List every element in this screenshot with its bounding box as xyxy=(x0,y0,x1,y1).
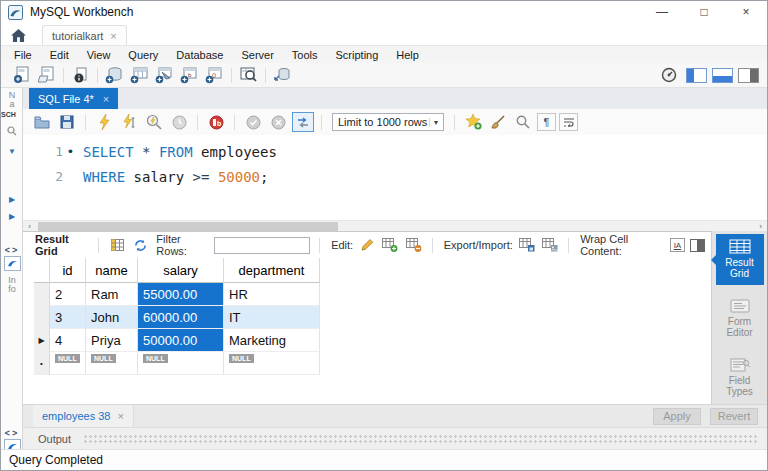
grid-cell[interactable]: John xyxy=(86,306,138,329)
menu-scripting[interactable]: Scripting xyxy=(327,49,388,61)
code-line[interactable]: 2WHERE salary >= 50000; xyxy=(23,164,767,189)
side-tab-result-grid[interactable]: Result Grid xyxy=(716,234,764,285)
open-script-icon[interactable] xyxy=(34,65,59,85)
sql-editor[interactable]: 1•SELECT * FROM employees2WHERE salary >… xyxy=(23,135,767,220)
expander-arrow-icon[interactable]: ▶ xyxy=(1,195,23,204)
search-table-data-icon[interactable] xyxy=(236,65,261,85)
insert-row-icon[interactable] xyxy=(381,236,399,254)
editor-horizontal-scrollbar[interactable]: ‹ › xyxy=(23,220,767,231)
expander-arrow-icon[interactable]: ▶ xyxy=(1,212,23,221)
create-function-icon[interactable]: () xyxy=(202,65,227,85)
column-header-name[interactable]: name xyxy=(86,258,138,283)
menu-file[interactable]: File xyxy=(5,49,41,61)
code-line[interactable]: 1•SELECT * FROM employees xyxy=(23,139,767,164)
grid-cell[interactable]: 55000.00 xyxy=(138,283,224,306)
edit-record-pencil-icon[interactable] xyxy=(358,236,376,254)
commit-icon[interactable] xyxy=(242,112,264,132)
panel-collapse-arrows[interactable]: <> xyxy=(1,428,23,438)
schema-search-icon[interactable] xyxy=(1,126,23,136)
grid-cell[interactable]: Marketing xyxy=(224,329,320,352)
row-limit-dropdown[interactable]: Limit to 1000 rows ▾ xyxy=(332,113,444,131)
new-query-tab-icon[interactable] xyxy=(9,65,34,85)
toggle-bottom-panel-button[interactable] xyxy=(712,68,733,83)
side-tab-form-editor[interactable]: Form Editor xyxy=(716,294,764,344)
minimize-button[interactable]: — xyxy=(641,1,683,23)
row-gutter[interactable] xyxy=(34,283,50,306)
grid-null-cell[interactable]: NULL xyxy=(138,352,224,375)
beautify-broom-icon[interactable] xyxy=(487,112,509,132)
revert-button[interactable]: Revert xyxy=(710,408,758,425)
connect-database-icon[interactable] xyxy=(270,65,295,85)
save-snippet-icon[interactable] xyxy=(462,112,484,132)
grid-cell[interactable]: 60000.00 xyxy=(138,306,224,329)
navigator-collapsed-label[interactable]: Na xyxy=(8,91,16,109)
grid-cell[interactable]: HR xyxy=(224,283,320,306)
autocommit-toggle-icon[interactable] xyxy=(292,112,314,132)
close-button[interactable]: × xyxy=(725,1,767,23)
column-header-department[interactable]: department xyxy=(224,258,320,283)
connection-tab-close-icon[interactable]: × xyxy=(110,30,116,42)
grid-cell[interactable]: IT xyxy=(224,306,320,329)
dashboard-gauge-icon[interactable] xyxy=(656,65,681,85)
execute-icon[interactable] xyxy=(93,112,115,132)
inspector-icon[interactable] xyxy=(68,65,93,85)
filter-rows-input[interactable] xyxy=(214,237,310,254)
sql-file-tab[interactable]: SQL File 4* × xyxy=(29,88,118,109)
wrap-cell-content-icon[interactable]: IA xyxy=(670,238,686,252)
grid-cell[interactable]: 2 xyxy=(50,283,86,306)
stop-query-icon[interactable] xyxy=(168,112,190,132)
column-header-salary[interactable]: salary xyxy=(138,258,224,283)
execute-current-statement-icon[interactable] xyxy=(118,112,140,132)
invisible-characters-toggle-icon[interactable]: ¶ xyxy=(537,113,556,131)
panel-collapse-arrows[interactable]: <> xyxy=(1,245,23,255)
grid-null-cell[interactable]: NULL xyxy=(50,352,86,375)
grid-cell[interactable]: Priya xyxy=(86,329,138,352)
maximize-button[interactable]: □ xyxy=(683,1,725,23)
connection-tab[interactable]: tutorialkart × xyxy=(42,25,127,45)
create-schema-icon[interactable] xyxy=(102,65,127,85)
sidebar-dolphin-button[interactable] xyxy=(1,256,23,271)
schema-filter-icon[interactable]: ▼ xyxy=(1,147,23,156)
new-row-gutter[interactable]: • xyxy=(34,352,50,375)
result-set-tab-close-icon[interactable]: × xyxy=(118,410,124,422)
menu-tools[interactable]: Tools xyxy=(283,49,327,61)
grid-view-icon[interactable] xyxy=(108,236,126,254)
word-wrap-toggle-icon[interactable] xyxy=(559,113,578,131)
row-gutter[interactable] xyxy=(34,306,50,329)
toggle-left-panel-button[interactable] xyxy=(686,68,707,83)
import-recordset-icon[interactable] xyxy=(541,236,559,254)
menu-database[interactable]: Database xyxy=(167,49,232,61)
output-panel-header[interactable]: Output xyxy=(23,427,767,449)
home-tab-icon[interactable] xyxy=(11,29,26,42)
menu-view[interactable]: View xyxy=(78,49,120,61)
explain-plan-icon[interactable] xyxy=(143,112,165,132)
toggle-right-panel-button[interactable] xyxy=(738,68,759,83)
result-set-tab[interactable]: employees 38 × xyxy=(33,405,134,427)
stop-on-error-toggle-icon[interactable]: b xyxy=(205,112,227,132)
grid-cell[interactable]: Ram xyxy=(86,283,138,306)
grid-cell[interactable]: 50000.00 xyxy=(138,329,224,352)
menu-edit[interactable]: Edit xyxy=(41,49,78,61)
grid-null-cell[interactable]: NULL xyxy=(224,352,320,375)
rollback-icon[interactable] xyxy=(267,112,289,132)
info-collapsed-label[interactable]: Info xyxy=(8,276,16,294)
apply-button[interactable]: Apply xyxy=(653,408,701,425)
open-file-icon[interactable] xyxy=(31,112,53,132)
create-table-icon[interactable] xyxy=(127,65,152,85)
export-recordset-icon[interactable] xyxy=(518,236,536,254)
save-icon[interactable] xyxy=(56,112,78,132)
create-procedure-icon[interactable]: b xyxy=(177,65,202,85)
column-header-id[interactable]: id xyxy=(50,258,86,283)
create-view-icon[interactable] xyxy=(152,65,177,85)
delete-row-icon[interactable] xyxy=(405,236,423,254)
scrollbar-thumb[interactable] xyxy=(38,222,338,231)
menu-server[interactable]: Server xyxy=(232,49,282,61)
sql-file-tab-close-icon[interactable]: × xyxy=(103,93,109,105)
grid-cell[interactable]: 3 xyxy=(50,306,86,329)
menu-help[interactable]: Help xyxy=(387,49,428,61)
grid-null-cell[interactable]: NULL xyxy=(86,352,138,375)
menu-query[interactable]: Query xyxy=(119,49,167,61)
row-gutter[interactable]: ▶ xyxy=(34,329,50,352)
find-icon[interactable] xyxy=(512,112,534,132)
side-tab-field-types[interactable]: Field Types xyxy=(716,353,764,403)
